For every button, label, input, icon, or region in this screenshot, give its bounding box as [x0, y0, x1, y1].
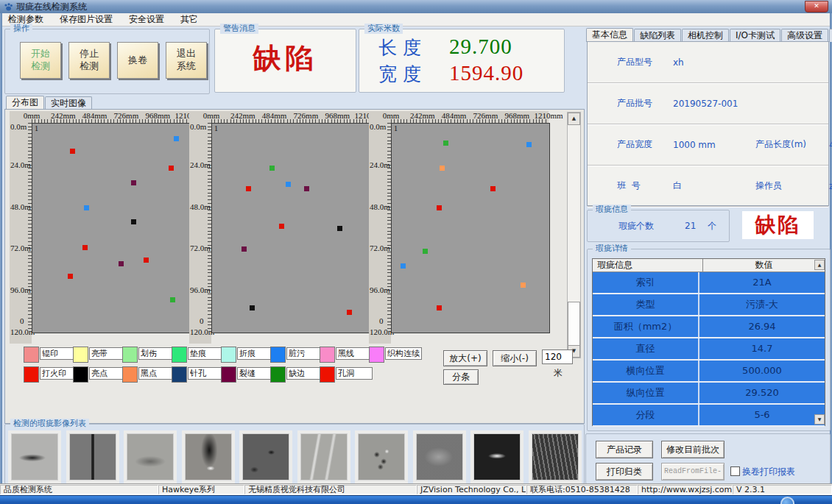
defect-thumbnail-image: [70, 434, 116, 480]
status-segment: 联系电话:0510-85381428: [526, 485, 638, 494]
menu-item[interactable]: 保存图片设置: [52, 13, 121, 26]
defect-detail-row[interactable]: 面积（mm2）26.94: [593, 316, 825, 338]
status-segment: http://www.wxjzsj.com/: [638, 485, 733, 494]
op-button-stop[interactable]: 停止检测: [68, 42, 110, 79]
defect-point: [401, 263, 406, 269]
defect-thumbnail[interactable]: [185, 433, 232, 480]
table-scrollbar[interactable]: ▲ ▼: [814, 259, 825, 425]
op-button-change-roll[interactable]: 换卷: [117, 42, 158, 79]
warning-group-title: 警告消息: [220, 24, 258, 34]
defect-thumbnail-image: [243, 434, 289, 480]
defect-detail-row[interactable]: 索引21A: [593, 272, 825, 294]
defect-point: [70, 149, 75, 154]
window-border: [0, 13, 2, 495]
legend-label: 垫痕: [188, 347, 225, 360]
legend-swatch: [320, 347, 335, 363]
field-value: zjy: [829, 181, 832, 191]
view-tab-0[interactable]: 分布图: [6, 96, 44, 110]
modify-batch-button[interactable]: 修改目前批次: [661, 441, 725, 458]
defect-thumbnail[interactable]: [242, 433, 289, 480]
defect-attr-name: 横向位置: [593, 361, 699, 381]
defect-point: [490, 186, 496, 191]
defect-point: [170, 297, 175, 302]
legend-swatch: [270, 366, 286, 383]
right-tab-2[interactable]: 相机控制: [682, 29, 729, 42]
defect-attr-name: 索引: [593, 272, 699, 293]
legend-swatch: [24, 366, 39, 383]
defect-detail-row[interactable]: 纵向位置29.520: [593, 383, 825, 405]
legend-swatch: [73, 366, 88, 383]
defect-detail-body: 索引21A类型污渍-大面积（mm2）26.94直径14.7横向位置500.000…: [593, 272, 825, 427]
right-tab-1[interactable]: 缺陷列表: [634, 29, 681, 42]
defect-thumbnail[interactable]: [532, 433, 579, 480]
detail-col-value: 数值: [703, 259, 825, 271]
legend-swatch: [221, 347, 236, 363]
print-sort-button[interactable]: 打印归类: [596, 463, 653, 480]
zoom-out-button[interactable]: 缩小(-): [493, 350, 537, 366]
menu-item[interactable]: 其它: [172, 13, 206, 26]
defect-detail-row[interactable]: 分段5-6: [593, 405, 825, 427]
y-tick-label: 96.0m: [10, 285, 31, 294]
defect-thumbnail[interactable]: [473, 433, 521, 480]
plot-index-label: 1: [394, 124, 398, 132]
defect-point: [246, 186, 251, 191]
scroll-thumb[interactable]: [568, 302, 580, 346]
roll-print-checkbox-label[interactable]: 换卷打印报表: [742, 466, 795, 478]
op-button-start[interactable]: 开始检测: [20, 42, 61, 79]
right-tab-5[interactable]: 运行状态信息: [829, 29, 832, 42]
y-ruler-zero-label: 0: [200, 316, 204, 325]
defect-detail-row[interactable]: 横向位置500.000: [593, 361, 825, 383]
meters-range-input[interactable]: [542, 349, 573, 364]
zoom-in-button[interactable]: 放大(+): [443, 350, 487, 366]
view-tab-1[interactable]: 实时图像: [45, 96, 92, 110]
status-segment: Hawkeye系列: [158, 485, 244, 494]
defect-thumbnail[interactable]: [300, 433, 348, 480]
op-button-exit[interactable]: 退出系统: [166, 42, 207, 79]
plot-unit: 0mm242mm484mm726mm968mm1210mm0.0m24.0m48…: [189, 111, 369, 344]
product-info-row: 产品宽度1000 mm产品长度(m)40000: [588, 124, 828, 166]
thumbnail-row: [5, 425, 584, 483]
status-segment: V 2.3.1: [733, 485, 832, 494]
defect-detail-row[interactable]: 类型污渍-大: [593, 294, 825, 316]
right-tab-3[interactable]: I/O卡测试: [730, 29, 780, 42]
x-tick-label: 968mm: [504, 111, 529, 120]
defect-thumbnail[interactable]: [11, 433, 58, 480]
defect-thumbnail-image: [417, 434, 462, 480]
defect-attr-name: 直径: [593, 338, 699, 359]
close-button[interactable]: ✕: [805, 1, 828, 13]
legend-label: 折痕: [237, 347, 274, 360]
legend-label: 亮带: [89, 347, 126, 360]
defect-thumbnail[interactable]: [358, 433, 405, 480]
defect-point: [440, 166, 445, 171]
legend-label: 缺边: [286, 367, 323, 380]
op-button-line: 停止: [80, 48, 99, 60]
defect-thumbnail[interactable]: [416, 433, 463, 480]
roll-print-checkbox[interactable]: [730, 466, 740, 476]
defect-point: [304, 186, 309, 191]
right-tab-0[interactable]: 基本信息: [586, 28, 633, 42]
defect-thumbnail[interactable]: [69, 433, 116, 480]
defect-point: [68, 274, 73, 279]
product-record-button[interactable]: 产品记录: [596, 441, 653, 458]
split-strip-button[interactable]: 分条: [443, 369, 479, 385]
menu-item[interactable]: 安全设置: [121, 13, 172, 26]
defect-point: [279, 224, 284, 229]
plot-scrollbar[interactable]: ▲ ▼: [567, 112, 581, 358]
defect-thumbnail-image: [186, 434, 231, 480]
defect-attr-value: 5-6: [699, 405, 825, 425]
read-from-file-button: ReadFromFile-SIM: [661, 463, 725, 480]
defect-count-value: 21: [685, 221, 696, 231]
legend-label: 黑点: [138, 367, 175, 380]
field-value: 20190527-001: [673, 99, 755, 109]
scroll-up-button[interactable]: ▲: [814, 260, 825, 270]
defect-thumbnail[interactable]: [127, 433, 174, 480]
scroll-up-button[interactable]: ▲: [568, 113, 580, 125]
scroll-down-button[interactable]: ▼: [814, 414, 825, 425]
op-button-line: 检测: [80, 60, 99, 73]
defect-detail-row[interactable]: 直径14.7: [593, 338, 825, 361]
x-tick-label: 0mm: [24, 111, 40, 120]
right-tab-4[interactable]: 高级设置: [781, 29, 828, 42]
defect-detail-header: 瑕疵信息 数值: [593, 259, 825, 272]
x-tick-label: 484mm: [262, 111, 287, 120]
legend-swatch: [320, 366, 335, 383]
